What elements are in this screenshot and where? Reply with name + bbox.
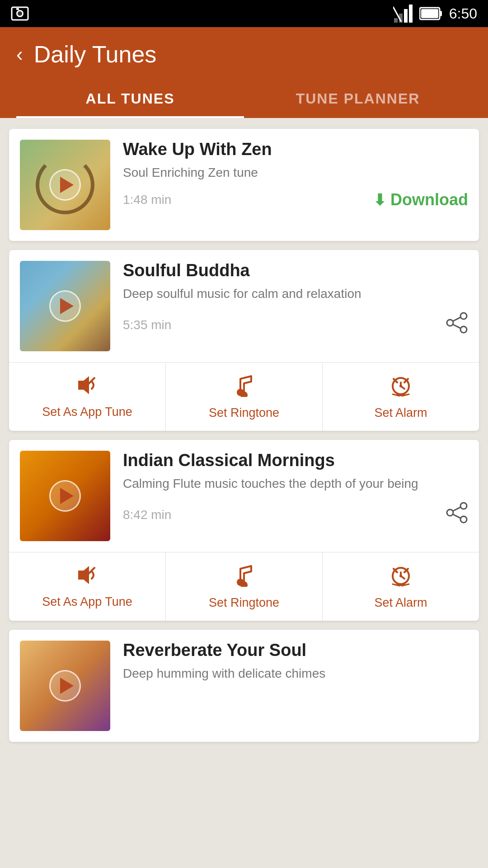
tune-info-indian: Indian Classical Mornings Calming Flute …	[123, 451, 468, 528]
content: Wake Up With Zen Soul Enriching Zen tune…	[0, 118, 488, 753]
tune-subtitle-zen: Soul Enriching Zen tune	[123, 164, 468, 181]
tune-info-reverberate: Reverberate Your Soul Deep humming with …	[123, 641, 468, 691]
tabs: ALL TUNES TUNE PLANNER	[16, 81, 472, 118]
set-alarm-label-buddha: Set Alarm	[374, 406, 427, 420]
action-bar-indian: Set As App Tune Set Ringtone	[9, 552, 479, 621]
download-button-zen[interactable]: ⬇ Download	[373, 190, 468, 209]
back-button[interactable]: ‹	[16, 44, 23, 64]
set-alarm-button-indian[interactable]: Set Alarm	[323, 552, 479, 621]
svg-point-27	[460, 503, 467, 509]
music-note-icon-indian	[233, 563, 255, 591]
set-ringtone-button-indian[interactable]: Set Ringtone	[166, 552, 323, 621]
tune-card-wake-up-zen: Wake Up With Zen Soul Enriching Zen tune…	[9, 129, 479, 241]
page-title: Daily Tunes	[34, 41, 157, 68]
tune-duration-buddha: 5:35 min	[123, 318, 171, 332]
alarm-icon-indian	[389, 563, 413, 591]
tune-thumb-buddha[interactable]	[20, 261, 110, 351]
download-icon: ⬇	[373, 191, 386, 209]
svg-line-16	[453, 325, 460, 328]
tune-title-indian: Indian Classical Mornings	[123, 451, 468, 470]
play-button-reverberate[interactable]	[49, 670, 81, 702]
svg-point-41	[399, 575, 402, 577]
svg-rect-10	[440, 11, 442, 16]
play-triangle	[60, 177, 74, 193]
tune-duration-zen: 1:48 min	[123, 193, 171, 207]
svg-point-26	[399, 385, 402, 387]
share-icon-buddha[interactable]	[446, 311, 468, 339]
svg-point-28	[447, 509, 453, 516]
speaker-icon-indian	[75, 564, 99, 590]
tune-subtitle-buddha: Deep soulful music for calm and relaxati…	[123, 285, 468, 302]
svg-point-12	[460, 313, 467, 319]
status-bar: 6:50	[0, 0, 488, 27]
tune-card-soulful-buddha: Soulful Buddha Deep soulful music for ca…	[9, 250, 479, 431]
tune-thumb-zen[interactable]	[20, 140, 110, 230]
svg-marker-32	[78, 566, 89, 584]
svg-rect-11	[421, 9, 438, 18]
status-time: 6:50	[449, 5, 477, 22]
tune-subtitle-reverberate: Deep humming with delicate chimes	[123, 665, 468, 682]
status-bar-left	[11, 5, 29, 23]
svg-rect-6	[404, 9, 408, 23]
play-button-zen[interactable]	[49, 169, 81, 201]
tune-title-buddha: Soulful Buddha	[123, 261, 468, 280]
set-app-tune-label-indian: Set As App Tune	[42, 595, 132, 609]
set-app-tune-button-indian[interactable]: Set As App Tune	[9, 552, 166, 621]
play-button-indian[interactable]	[49, 480, 81, 512]
tune-title-reverberate: Reverberate Your Soul	[123, 641, 468, 660]
set-app-tune-button-buddha[interactable]: Set As App Tune	[9, 363, 166, 431]
tune-duration-indian: 8:42 min	[123, 508, 171, 522]
tune-info-zen: Wake Up With Zen Soul Enriching Zen tune…	[123, 140, 468, 209]
tune-thumb-reverberate[interactable]	[20, 641, 110, 731]
svg-marker-17	[78, 376, 89, 394]
signal-icon	[393, 5, 413, 23]
set-alarm-label-indian: Set Alarm	[374, 596, 427, 610]
tune-thumb-indian[interactable]	[20, 451, 110, 541]
svg-point-29	[460, 516, 467, 523]
svg-rect-4	[394, 18, 398, 23]
alarm-icon-buddha	[389, 373, 413, 401]
action-bar-buddha: Set As App Tune Set Ringtone	[9, 362, 479, 431]
download-label: Download	[390, 190, 468, 209]
set-ringtone-label-buddha: Set Ringtone	[209, 406, 279, 420]
tune-info-buddha: Soulful Buddha Deep soulful music for ca…	[123, 261, 468, 339]
set-alarm-button-buddha[interactable]: Set Alarm	[323, 363, 479, 431]
share-icon-indian[interactable]	[446, 501, 468, 528]
tune-card-reverberate: Reverberate Your Soul Deep humming with …	[9, 630, 479, 742]
svg-rect-7	[409, 5, 413, 23]
speaker-icon-buddha	[75, 374, 99, 401]
svg-line-30	[453, 507, 460, 511]
music-note-icon-buddha	[233, 373, 255, 401]
svg-rect-3	[16, 8, 19, 10]
set-app-tune-label-buddha: Set As App Tune	[42, 405, 132, 419]
tab-all-tunes[interactable]: ALL TUNES	[16, 81, 244, 118]
tune-title-zen: Wake Up With Zen	[123, 140, 468, 159]
play-triangle	[60, 488, 74, 504]
header: ‹ Daily Tunes ALL TUNES TUNE PLANNER	[0, 27, 488, 118]
svg-line-31	[453, 514, 460, 518]
svg-line-15	[453, 317, 460, 321]
tab-tune-planner[interactable]: TUNE PLANNER	[244, 81, 472, 118]
set-ringtone-label-indian: Set Ringtone	[209, 596, 279, 610]
tune-subtitle-indian: Calming Flute music touches the depth of…	[123, 475, 468, 492]
play-triangle	[60, 678, 74, 694]
tune-card-indian-classical: Indian Classical Mornings Calming Flute …	[9, 440, 479, 621]
play-triangle	[60, 298, 74, 314]
svg-point-2	[18, 11, 22, 16]
battery-icon	[419, 5, 443, 22]
photo-icon	[11, 5, 29, 23]
svg-point-14	[460, 326, 467, 333]
set-ringtone-button-buddha[interactable]: Set Ringtone	[166, 363, 323, 431]
status-bar-right: 6:50	[393, 5, 477, 23]
svg-point-13	[447, 320, 453, 326]
play-button-buddha[interactable]	[49, 290, 81, 322]
